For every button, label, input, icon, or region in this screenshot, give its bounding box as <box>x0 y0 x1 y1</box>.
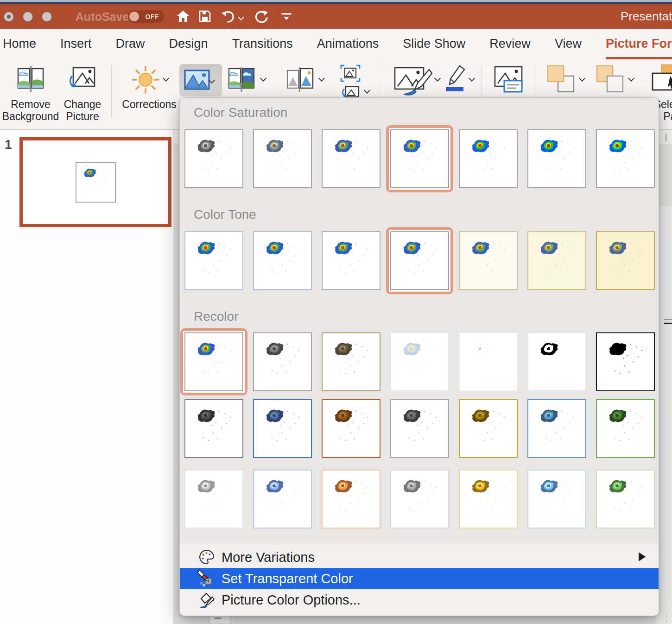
saturation-400-thumbnail <box>596 129 655 188</box>
ribbon-tabs: HomeInsertDrawDesignTransitionsAnimation… <box>0 29 672 59</box>
tab-view[interactable]: View <box>555 37 582 52</box>
tab-transitions[interactable]: Transitions <box>232 37 293 52</box>
picture-color-options-label: Picture Color Options... <box>222 592 361 608</box>
recolor-dark-silver-swatch[interactable] <box>390 399 449 458</box>
transparency-icon[interactable] <box>286 67 314 94</box>
picture-preview <box>532 133 583 184</box>
tone-5900k-swatch[interactable] <box>322 231 380 290</box>
tone-4700k-swatch[interactable] <box>184 231 243 290</box>
recolor-dark-gray-swatch[interactable] <box>184 399 243 458</box>
tone-6500k-swatch[interactable] <box>390 231 449 290</box>
picture-preview <box>463 402 514 454</box>
change-picture-label[interactable]: Change Picture <box>55 98 110 122</box>
sepia-swatch[interactable] <box>322 332 380 391</box>
recolor-light-lightblue-swatch[interactable] <box>527 470 586 528</box>
artistic-effects-chevron-icon[interactable] <box>260 76 267 81</box>
color-button[interactable] <box>179 64 222 96</box>
autosave-toggle[interactable]: OFF <box>128 10 164 23</box>
tone-8800k-swatch[interactable] <box>527 231 586 290</box>
artistic-effects-icon[interactable] <box>228 67 256 94</box>
no-recolor-thumbnail <box>184 332 243 391</box>
change-picture-icon[interactable] <box>69 66 97 95</box>
washout-swatch[interactable] <box>390 332 449 391</box>
set-transparent-color-item[interactable]: Set Transparent Color <box>180 568 659 589</box>
tone-7200k-swatch[interactable] <box>459 231 518 290</box>
saturation-100-swatch[interactable] <box>390 129 449 188</box>
send-backward-chevron-icon[interactable] <box>628 76 635 81</box>
ribbon-display-options-icon[interactable] <box>281 13 292 23</box>
send-backward-icon[interactable] <box>596 65 625 95</box>
recolor-dark-lightblue-swatch[interactable] <box>527 399 586 458</box>
saturation-200-swatch[interactable] <box>527 129 586 188</box>
slide-number: 1 <box>5 137 12 152</box>
saturation-150-swatch[interactable] <box>459 129 518 188</box>
zoom-window-button[interactable] <box>42 12 52 22</box>
compress-pictures-icon[interactable] <box>340 64 361 84</box>
remove-background-icon[interactable] <box>17 66 44 94</box>
tab-home[interactable]: Home <box>3 37 36 52</box>
tab-insert[interactable]: Insert <box>60 37 92 52</box>
saturation-33-swatch[interactable] <box>253 129 312 188</box>
tab-design[interactable]: Design <box>169 37 208 52</box>
redo-icon[interactable] <box>254 10 269 25</box>
save-icon[interactable] <box>198 10 211 25</box>
home-icon[interactable] <box>176 10 190 25</box>
submenu-arrow-icon <box>639 552 646 561</box>
reset-picture-chevron-icon[interactable] <box>364 88 371 93</box>
minimize-window-button[interactable] <box>23 12 33 22</box>
section-title-color-tone: Color Tone <box>194 207 256 222</box>
bring-forward-icon[interactable] <box>547 65 576 95</box>
recolor-light-silver-swatch[interactable] <box>390 470 449 528</box>
recolor-dark-gold-swatch[interactable] <box>459 399 518 458</box>
tab-draw[interactable]: Draw <box>116 37 145 52</box>
recolor-dark-green-swatch[interactable] <box>596 399 655 458</box>
grayscale-swatch[interactable] <box>253 332 312 391</box>
recolor-light-green-swatch[interactable] <box>596 470 655 528</box>
washout-thumbnail <box>390 332 449 391</box>
saturation-400-swatch[interactable] <box>596 129 655 188</box>
undo-chevron-icon[interactable] <box>238 15 245 19</box>
undo-icon[interactable] <box>221 10 236 25</box>
picture-border-chevron-icon[interactable] <box>469 76 475 81</box>
more-variations-item[interactable]: More Variations <box>180 547 659 568</box>
corrections-label[interactable]: Corrections <box>117 98 182 110</box>
tone-11200k-swatch[interactable] <box>596 231 655 290</box>
tone-8800k-thumbnail <box>527 231 586 290</box>
picture-color-options-icon <box>198 592 215 608</box>
picture-styles-chevron-icon[interactable] <box>435 76 441 81</box>
corrections-chevron-icon[interactable] <box>163 76 170 81</box>
tab-picture-format[interactable]: Picture Format <box>606 37 672 52</box>
black-white-25-swatch[interactable] <box>459 332 518 391</box>
slide-1-thumbnail[interactable] <box>19 137 171 227</box>
color-dropdown-menu: Color Saturation <box>179 97 659 616</box>
saturation-0-swatch[interactable] <box>184 129 243 188</box>
recolor-light-blue-swatch[interactable] <box>253 470 312 528</box>
recolor-dark-blue-swatch[interactable] <box>253 399 312 458</box>
no-recolor-swatch[interactable] <box>184 332 243 391</box>
black-white-75-swatch[interactable] <box>596 332 655 391</box>
corrections-icon[interactable] <box>131 65 160 96</box>
recolor-dark-lightblue-thumbnail <box>527 399 586 458</box>
recolor-light-gray-swatch[interactable] <box>184 470 243 528</box>
black-white-50-swatch[interactable] <box>527 332 586 391</box>
close-window-button[interactable] <box>4 12 14 22</box>
alt-text-icon[interactable] <box>494 66 524 95</box>
tab-slide-show[interactable]: Slide Show <box>403 37 465 52</box>
remove-background-label[interactable]: Remove Background <box>0 98 61 122</box>
document-title: Presentat <box>621 9 672 24</box>
picture-preview <box>257 336 309 387</box>
recolor-light-orange-swatch[interactable] <box>322 470 380 528</box>
recolor-dark-orange-swatch[interactable] <box>322 399 380 458</box>
recolor-light-gold-swatch[interactable] <box>459 470 518 528</box>
picture-color-options-item[interactable]: Picture Color Options... <box>180 589 659 611</box>
tab-animations[interactable]: Animations <box>317 37 379 52</box>
saturation-66-swatch[interactable] <box>322 129 380 188</box>
transparency-chevron-icon[interactable] <box>319 76 325 81</box>
picture-styles-icon[interactable] <box>394 66 434 97</box>
picture-preview <box>326 473 377 524</box>
picture-border-icon[interactable] <box>444 65 467 96</box>
tone-5300k-swatch[interactable] <box>253 231 312 290</box>
selection-pane-icon[interactable] <box>652 64 672 95</box>
bring-forward-chevron-icon[interactable] <box>579 76 586 81</box>
tab-review[interactable]: Review <box>489 37 531 52</box>
